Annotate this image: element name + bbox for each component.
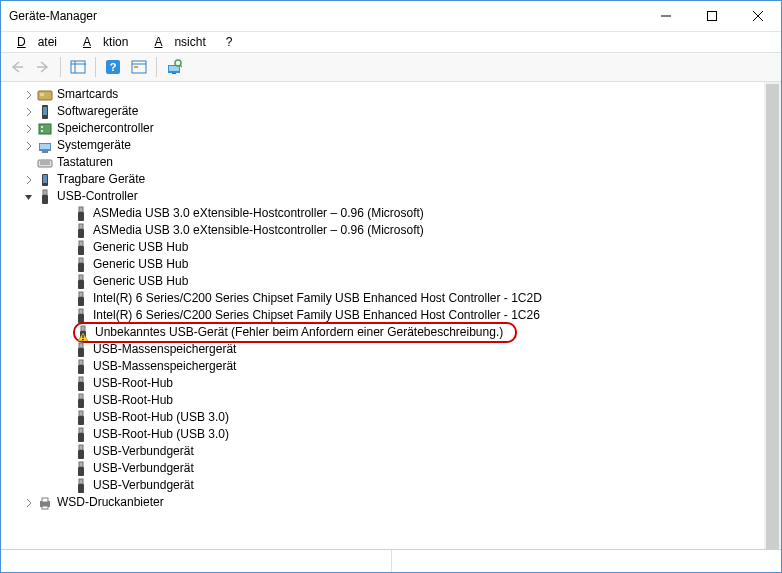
svg-rect-47 <box>78 297 84 306</box>
tree-device-item[interactable]: USB-Verbundgerät <box>25 477 781 494</box>
tree-item-label: Tastaturen <box>57 154 119 171</box>
tree-device-item[interactable]: USB-Verbundgerät <box>25 443 781 460</box>
usb-icon <box>73 461 89 477</box>
tree-device-item[interactable]: USB-Root-Hub <box>25 392 781 409</box>
close-button[interactable] <box>735 1 781 31</box>
tree-device-item[interactable]: USB-Verbundgerät <box>25 460 781 477</box>
chevron-right-icon[interactable] <box>21 124 37 134</box>
menu-view[interactable]: Ansicht <box>142 33 217 51</box>
tree-category[interactable]: Tastaturen <box>5 154 781 171</box>
usb-icon <box>37 189 53 205</box>
chevron-right-icon[interactable] <box>21 107 37 117</box>
tree-item-label: Unbekanntes USB-Gerät (Fehler beim Anfor… <box>95 324 509 341</box>
tree-device-item[interactable]: USB-Massenspeichergerät <box>25 358 781 375</box>
svg-rect-54 <box>79 343 83 348</box>
tree-device-item[interactable]: Generic USB Hub <box>25 256 781 273</box>
svg-rect-73 <box>42 498 48 502</box>
maximize-button[interactable] <box>689 1 735 31</box>
svg-rect-6 <box>71 61 85 73</box>
svg-rect-71 <box>78 484 84 493</box>
svg-rect-36 <box>79 207 83 212</box>
svg-rect-66 <box>79 445 83 450</box>
tree-category[interactable]: Speichercontroller <box>5 120 781 137</box>
svg-rect-57 <box>78 365 84 374</box>
tree-category[interactable]: Smartcards <box>5 86 781 103</box>
usb-icon <box>73 359 89 375</box>
svg-text:?: ? <box>110 61 117 73</box>
tree-category[interactable]: Systemgeräte <box>5 137 781 154</box>
keyboard-icon <box>37 155 53 171</box>
tree-item-label: Generic USB Hub <box>93 256 194 273</box>
tree-item-label: ASMedia USB 3.0 eXtensible-Hostcontrolle… <box>93 205 430 222</box>
svg-rect-13 <box>134 66 138 68</box>
toolbar-separator <box>156 57 157 77</box>
svg-rect-43 <box>78 263 84 272</box>
chevron-right-icon[interactable] <box>21 498 37 508</box>
svg-rect-58 <box>79 377 83 382</box>
svg-rect-34 <box>43 190 47 195</box>
device-manager-window: Geräte-Manager Datei Aktion Ansicht ? ? … <box>0 0 782 573</box>
tree-item-label: Systemgeräte <box>57 137 137 154</box>
menu-help[interactable]: ? <box>220 33 239 51</box>
svg-rect-67 <box>78 450 84 459</box>
tree-category[interactable]: Softwaregeräte <box>5 103 781 120</box>
help-button[interactable]: ? <box>101 55 125 79</box>
toolbar-separator <box>60 57 61 77</box>
usb-icon <box>73 206 89 222</box>
svg-rect-20 <box>40 93 44 96</box>
tree-device-item[interactable]: USB-Root-Hub <box>25 375 781 392</box>
tree-category[interactable]: USB-Controller <box>5 188 781 205</box>
usb-icon <box>73 410 89 426</box>
tree-item-label: USB-Root-Hub <box>93 392 179 409</box>
tree-item-label: USB-Verbundgerät <box>93 443 200 460</box>
chevron-down-icon[interactable] <box>21 192 37 202</box>
minimize-button[interactable] <box>643 1 689 31</box>
svg-rect-44 <box>79 275 83 280</box>
usb-icon <box>73 223 89 239</box>
tree-device-item[interactable]: Intel(R) 6 Series/C200 Series Chipset Fa… <box>25 290 781 307</box>
tree-device-item[interactable]: ASMedia USB 3.0 eXtensible-Hostcontrolle… <box>25 222 781 239</box>
usb-icon <box>73 376 89 392</box>
tree-device-item[interactable]: Generic USB Hub <box>25 273 781 290</box>
tree-device-item[interactable]: ASMedia USB 3.0 eXtensible-Hostcontrolle… <box>25 205 781 222</box>
scrollbar-thumb[interactable] <box>766 84 779 549</box>
chevron-right-icon[interactable] <box>21 141 37 151</box>
show-hide-tree-button[interactable] <box>66 55 90 79</box>
device-tree: SmartcardsSoftwaregeräteSpeichercontroll… <box>5 86 781 511</box>
chevron-right-icon[interactable] <box>21 90 37 100</box>
menu-action[interactable]: Aktion <box>71 33 140 51</box>
window-controls <box>643 1 781 31</box>
scan-hardware-button[interactable] <box>162 55 186 79</box>
back-button <box>5 55 29 79</box>
vertical-scrollbar[interactable] <box>764 82 781 549</box>
usb-warning-icon <box>75 325 91 341</box>
tree-item-label: USB-Massenspeichergerät <box>93 341 242 358</box>
tree-category[interactable]: Tragbare Geräte <box>5 171 781 188</box>
tree-item-label: Speichercontroller <box>57 120 160 137</box>
svg-rect-69 <box>78 467 84 476</box>
tree-item-label: ASMedia USB 3.0 eXtensible-Hostcontrolle… <box>93 222 430 239</box>
status-bar <box>1 549 781 572</box>
device-tree-pane[interactable]: SmartcardsSoftwaregeräteSpeichercontroll… <box>1 82 781 549</box>
tree-device-item[interactable]: Generic USB Hub <box>25 239 781 256</box>
tree-device-item[interactable]: USB-Root-Hub (USB 3.0) <box>25 426 781 443</box>
svg-rect-15 <box>169 66 179 71</box>
svg-rect-38 <box>79 224 83 229</box>
svg-rect-63 <box>78 416 84 425</box>
usb-icon <box>73 240 89 256</box>
toolbar: ? <box>1 52 781 82</box>
status-cell <box>392 550 782 572</box>
tree-device-item[interactable]: USB-Massenspeichergerät <box>25 341 781 358</box>
svg-rect-45 <box>78 280 84 289</box>
tree-device-item[interactable]: Unbekanntes USB-Gerät (Fehler beim Anfor… <box>25 324 781 341</box>
menu-file[interactable]: Datei <box>5 33 69 51</box>
tree-item-label: WSD-Druckanbieter <box>57 494 170 511</box>
tree-device-item[interactable]: USB-Root-Hub (USB 3.0) <box>25 409 781 426</box>
properties-button[interactable] <box>127 55 151 79</box>
usb-icon <box>73 393 89 409</box>
svg-rect-27 <box>40 144 50 149</box>
tree-category[interactable]: WSD-Druckanbieter <box>5 494 781 511</box>
chevron-right-icon[interactable] <box>21 175 37 185</box>
card-icon <box>37 87 53 103</box>
forward-button <box>31 55 55 79</box>
